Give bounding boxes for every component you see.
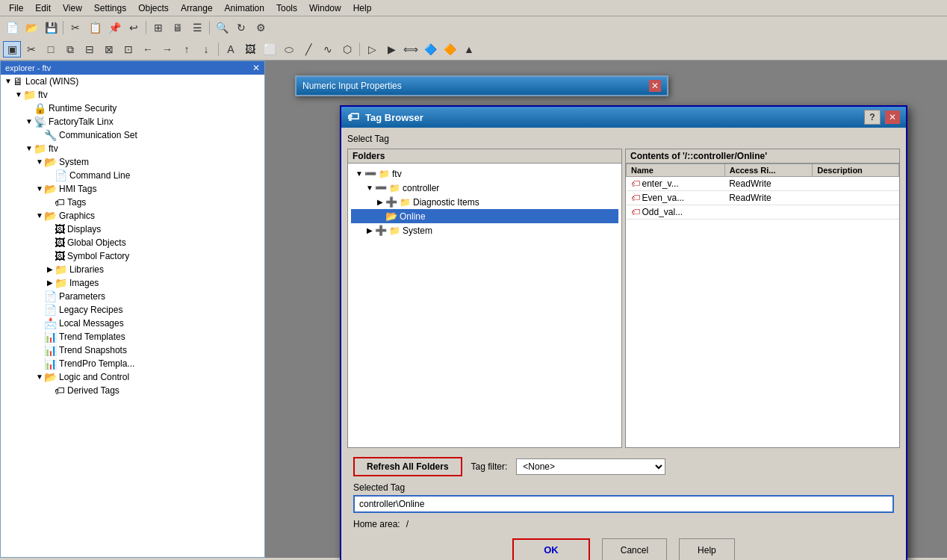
- zoom-in-btn[interactable]: 🔷: [421, 41, 439, 57]
- menu-settings[interactable]: Settings: [88, 1, 132, 15]
- tree-displays[interactable]: 🖼 Displays: [1, 223, 264, 236]
- tree-local-wins[interactable]: ▼ 🖥 Local (WINS): [1, 75, 264, 88]
- menu-objects[interactable]: Objects: [132, 1, 175, 15]
- folder-item-controller[interactable]: ▼ ➖ 📁 controller: [351, 181, 618, 195]
- tree-system[interactable]: ▼ 📂 System: [1, 155, 264, 169]
- menu-window[interactable]: Window: [303, 1, 347, 15]
- tree-derived-tags[interactable]: 🏷 Derived Tags: [1, 384, 264, 397]
- expand-params[interactable]: [35, 292, 44, 301]
- tree-libraries[interactable]: ▶ 📁 Libraries: [1, 263, 264, 276]
- folder-item-system-tb[interactable]: ▶ ➕ 📁 System: [351, 223, 618, 237]
- find-btn[interactable]: 🔍: [213, 19, 231, 36]
- expand-trendtempl[interactable]: [35, 332, 44, 341]
- tree-graphics[interactable]: ▼ 📂 Graphics: [1, 209, 264, 223]
- expand-displays[interactable]: [46, 225, 55, 234]
- expand-diagnostic[interactable]: ▶: [375, 198, 385, 206]
- selected-tag-input[interactable]: [353, 495, 894, 513]
- open-btn[interactable]: 📂: [22, 19, 40, 36]
- explorer-close-btn[interactable]: ✕: [252, 63, 260, 73]
- tree-communication-set[interactable]: 🔧 Communication Set: [1, 128, 264, 142]
- tree-command-line[interactable]: 📄 Command Line: [1, 169, 264, 182]
- expand-images[interactable]: ▶: [46, 279, 55, 287]
- new-btn[interactable]: 📄: [3, 19, 21, 36]
- expand-logicctrl[interactable]: ▼: [35, 373, 44, 382]
- expand-globalobj[interactable]: [46, 238, 55, 247]
- expand-trendpro[interactable]: [35, 359, 44, 368]
- tree-global-objects[interactable]: 🖼 Global Objects: [1, 236, 264, 249]
- curve-btn[interactable]: ∿: [319, 41, 337, 57]
- text-btn[interactable]: A: [222, 41, 240, 57]
- expand-derivedtags[interactable]: [46, 386, 55, 395]
- numeric-dialog-close-btn[interactable]: ✕: [649, 80, 661, 92]
- menu-file[interactable]: File: [3, 1, 29, 15]
- help-button[interactable]: Help: [679, 538, 735, 560]
- folder-item-online[interactable]: 📂 Online: [351, 209, 618, 223]
- arrow4-btn[interactable]: ↓: [197, 41, 215, 57]
- refresh-all-folders-btn[interactable]: Refresh All Folders: [353, 457, 462, 476]
- rect-btn[interactable]: ⬜: [261, 41, 279, 57]
- select-btn[interactable]: ▣: [3, 41, 21, 57]
- cut2-btn[interactable]: ✂: [22, 41, 40, 57]
- tree-runtime-security[interactable]: 🔒 Runtime Security: [1, 102, 264, 115]
- arrow3-btn[interactable]: ↑: [178, 41, 196, 57]
- tree-ftv-root[interactable]: ▼ 📁 ftv: [1, 88, 264, 102]
- monitor-btn[interactable]: 🖥: [169, 19, 187, 36]
- tree-tags[interactable]: 🏷 Tags: [1, 196, 264, 209]
- tag-filter-select[interactable]: <None> Digital Float Integer String: [516, 458, 665, 475]
- expand-legacyrec[interactable]: [35, 305, 44, 314]
- expand-libraries[interactable]: ▶: [46, 265, 55, 274]
- tag-browser-close-btn[interactable]: ✕: [885, 111, 900, 124]
- copy-btn[interactable]: 📋: [86, 19, 104, 36]
- tree-hmi-tags[interactable]: ▼ 📂 HMI Tags: [1, 182, 264, 196]
- menu-edit[interactable]: Edit: [29, 1, 57, 15]
- expand-symbolfact[interactable]: [46, 252, 55, 261]
- arrow2-btn[interactable]: →: [158, 41, 176, 57]
- tag-browser-help-btn[interactable]: ?: [864, 110, 881, 125]
- arrow1-btn[interactable]: ←: [139, 41, 157, 57]
- tree-ftv-sub[interactable]: ▼ 📁 ftv: [1, 142, 264, 155]
- expand-ftvsub[interactable]: ▼: [25, 144, 34, 153]
- menu-tools[interactable]: Tools: [270, 1, 303, 15]
- copy2-btn[interactable]: □: [42, 41, 60, 57]
- expand-graphics[interactable]: ▼: [35, 211, 44, 220]
- menu-animation[interactable]: Animation: [219, 1, 270, 15]
- tree-local-messages[interactable]: 📩 Local Messages: [1, 317, 264, 330]
- expand-localmsg[interactable]: [35, 319, 44, 328]
- undo-btn[interactable]: ↩: [125, 19, 143, 36]
- align-btn[interactable]: ⊟: [81, 41, 99, 57]
- settings-btn[interactable]: ⚙: [252, 19, 270, 36]
- tree-trendpro[interactable]: 📊 TrendPro Templa...: [1, 357, 264, 370]
- tree-logic-control[interactable]: ▼ 📂 Logic and Control: [1, 370, 264, 384]
- list-btn[interactable]: ☰: [188, 19, 206, 36]
- zoom-out-btn[interactable]: 🔶: [441, 41, 459, 57]
- table-row[interactable]: 🏷enter_v... ReadWrite: [627, 177, 899, 191]
- cut-btn[interactable]: ✂: [66, 19, 84, 36]
- expand-ftv-root[interactable]: ▼: [14, 90, 23, 99]
- tree-factorytalk-linx[interactable]: ▼ 📡 FactoryTalk Linx: [1, 115, 264, 128]
- poly-btn[interactable]: ⬡: [338, 41, 356, 57]
- expand-controller[interactable]: ▼: [364, 184, 375, 192]
- arrow-btn[interactable]: ▶: [382, 41, 400, 57]
- tree-symbol-factory[interactable]: 🖼 Symbol Factory: [1, 249, 264, 263]
- expand-ftlinx[interactable]: ▼: [25, 117, 34, 126]
- expand-tags[interactable]: [46, 198, 55, 207]
- folder-item-diagnostic[interactable]: ▶ ➕ 📁 Diagnostic Items: [351, 195, 618, 209]
- line-btn[interactable]: ╱: [299, 41, 317, 57]
- ok-button[interactable]: OK: [512, 538, 590, 560]
- expand-local-wins[interactable]: ▼: [4, 77, 13, 86]
- tree-images[interactable]: ▶ 📁 Images: [1, 276, 264, 290]
- ellipse-btn[interactable]: ⬭: [280, 41, 298, 57]
- expand-trendsnap[interactable]: [35, 346, 44, 355]
- grid-btn[interactable]: ⊞: [149, 19, 167, 36]
- tree-trend-snapshots[interactable]: 📊 Trend Snapshots: [1, 343, 264, 357]
- tree-parameters[interactable]: 📄 Parameters: [1, 290, 264, 303]
- tree-trend-templates[interactable]: 📊 Trend Templates: [1, 330, 264, 343]
- sync-btn[interactable]: ↻: [232, 19, 250, 36]
- table-row[interactable]: 🏷Odd_val...: [627, 205, 899, 220]
- distribute-btn[interactable]: ⊠: [100, 41, 118, 57]
- dbl-arrow-btn[interactable]: ⟺: [402, 41, 420, 57]
- expand-runtime[interactable]: [25, 104, 34, 113]
- fill-btn[interactable]: ▲: [460, 41, 478, 57]
- expand-commset[interactable]: [35, 131, 44, 140]
- space-btn[interactable]: ⊡: [119, 41, 137, 57]
